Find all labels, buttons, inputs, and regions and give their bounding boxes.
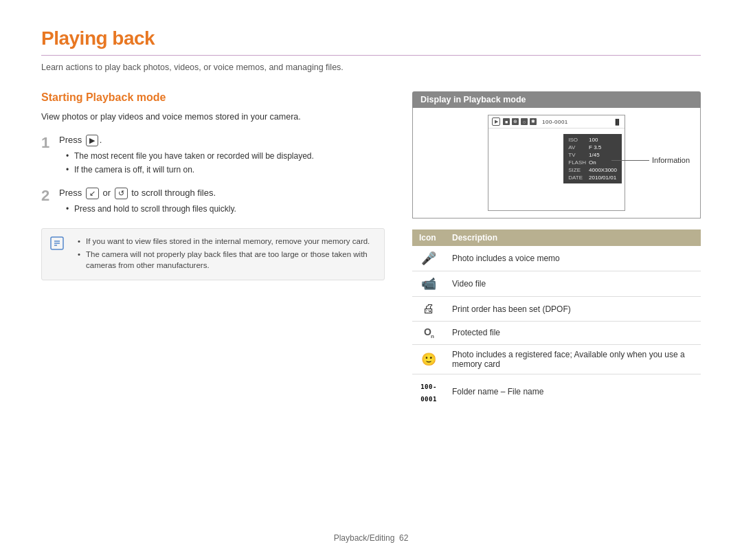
- info-label: Information: [611, 156, 690, 164]
- footer-label: Playback/Editing: [334, 533, 395, 543]
- section-description: View photos or play videos and voice mem…: [41, 111, 385, 124]
- screen-icon-4: ✱: [530, 118, 537, 125]
- page-footer: Playback/Editing 62: [0, 533, 742, 543]
- step-1-title: Press ▶.: [59, 135, 385, 146]
- icon-voice: 🎤: [412, 246, 445, 271]
- camera-screen: ▶ ■ ⊕ ○ ✱ 100-0001 ▐▌: [413, 108, 700, 218]
- note-bullet-2: The camera will not properly play back f…: [78, 249, 376, 271]
- screen-icon-1: ■: [503, 118, 510, 125]
- table-row-protected: On Protected file: [412, 322, 701, 345]
- step-2-title: Press ↙ or ↺ to scroll through files.: [59, 188, 385, 199]
- icon-face: 🙂: [412, 344, 445, 374]
- step-2-bullet-1: Press and hold to scroll through files q…: [66, 203, 385, 215]
- desc-folder: Folder name – File name: [445, 374, 701, 409]
- step-1-bullet-2: If the camera is off, it will turn on.: [66, 164, 385, 176]
- screen-battery: ▐▌: [614, 119, 621, 125]
- table-row-print: 🖨 Print order has been set (DPOF): [412, 297, 701, 322]
- scroll-down-icon: ↙: [86, 188, 99, 199]
- screen-top-bar: ▶ ■ ⊕ ○ ✱ 100-0001 ▐▌: [488, 115, 625, 128]
- icon-print: 🖨: [412, 297, 445, 322]
- display-header: Display in Playback mode: [412, 91, 701, 108]
- step-1-bullets: The most recent file you have taken or r…: [59, 150, 385, 176]
- info-row-tv: TV 1/45: [567, 151, 618, 159]
- screen-play-icon: ▶: [492, 117, 500, 126]
- note-icon: [50, 236, 64, 254]
- section-heading: Starting Playback mode: [41, 91, 385, 104]
- icon-folder: 100-0001: [412, 374, 445, 409]
- step-1-bullet-1: The most recent file you have taken or r…: [66, 150, 385, 162]
- screen-inner: ▶ ■ ⊕ ○ ✱ 100-0001 ▐▌: [488, 115, 625, 211]
- table-row-face: 🙂 Photo includes a registered face; Avai…: [412, 344, 701, 374]
- step-2-content: Press ↙ or ↺ to scroll through files. Pr…: [59, 188, 385, 217]
- screen-icon-2: ⊕: [512, 118, 519, 125]
- title-divider: [41, 55, 701, 56]
- info-row-iso: ISO 100: [567, 136, 618, 144]
- play-button-icon: ▶: [86, 135, 98, 146]
- info-row-size: SIZE 4000X3000: [567, 166, 618, 174]
- display-box: ▶ ■ ⊕ ○ ✱ 100-0001 ▐▌: [412, 108, 701, 219]
- desc-print: Print order has been set (DPOF): [445, 297, 701, 322]
- step-1-content: Press ▶. The most recent file you have t…: [59, 135, 385, 178]
- table-row-video: 📹 Video file: [412, 271, 701, 297]
- scroll-wheel-icon: ↺: [115, 188, 128, 199]
- table-header-row: Icon Description: [412, 229, 701, 246]
- info-row-flash: FLASH On: [567, 159, 618, 166]
- page-title: Playing back: [41, 27, 701, 49]
- icon-protected: On: [412, 322, 445, 345]
- step-2: 2 Press ↙ or ↺ to scroll through files. …: [41, 188, 385, 217]
- desc-protected: Protected file: [445, 322, 701, 345]
- icon-table: Icon Description 🎤 Photo includes a voic…: [412, 229, 701, 409]
- icon-video: 📹: [412, 271, 445, 297]
- step-1: 1 Press ▶. The most recent file you have…: [41, 135, 385, 178]
- note-content: If you want to view files stored in the …: [71, 236, 376, 273]
- right-column: Display in Playback mode ▶ ■ ⊕ ○: [412, 91, 701, 409]
- note-bullets: If you want to view files stored in the …: [71, 236, 376, 271]
- table-row-folder: 100-0001 Folder name – File name: [412, 374, 701, 409]
- note-bullet-1: If you want to view files stored in the …: [78, 236, 376, 247]
- screen-filename: 100-0001: [542, 119, 568, 125]
- screen-icon-3: ○: [521, 118, 528, 125]
- table-header-description: Description: [445, 229, 701, 246]
- info-row-date: DATE 2010/01/01: [567, 174, 618, 181]
- footer-page-number: 62: [399, 533, 408, 543]
- note-box: If you want to view files stored in the …: [41, 228, 385, 280]
- step-2-number: 2: [41, 188, 54, 204]
- table-header-icon: Icon: [412, 229, 445, 246]
- display-section: Display in Playback mode ▶ ■ ⊕ ○: [412, 91, 701, 219]
- desc-voice: Photo includes a voice memo: [445, 246, 701, 271]
- screen-icons: ■ ⊕ ○ ✱: [503, 118, 537, 125]
- page-subtitle: Learn actions to play back photos, video…: [41, 63, 701, 72]
- step-2-bullets: Press and hold to scroll through files q…: [59, 203, 385, 215]
- info-row-av: AV F 3.5: [567, 144, 618, 151]
- table-row-voice: 🎤 Photo includes a voice memo: [412, 246, 701, 271]
- desc-face: Photo includes a registered face; Availa…: [445, 344, 701, 374]
- desc-video: Video file: [445, 271, 701, 297]
- left-column: Starting Playback mode View photos or pl…: [41, 91, 385, 280]
- step-1-number: 1: [41, 135, 54, 151]
